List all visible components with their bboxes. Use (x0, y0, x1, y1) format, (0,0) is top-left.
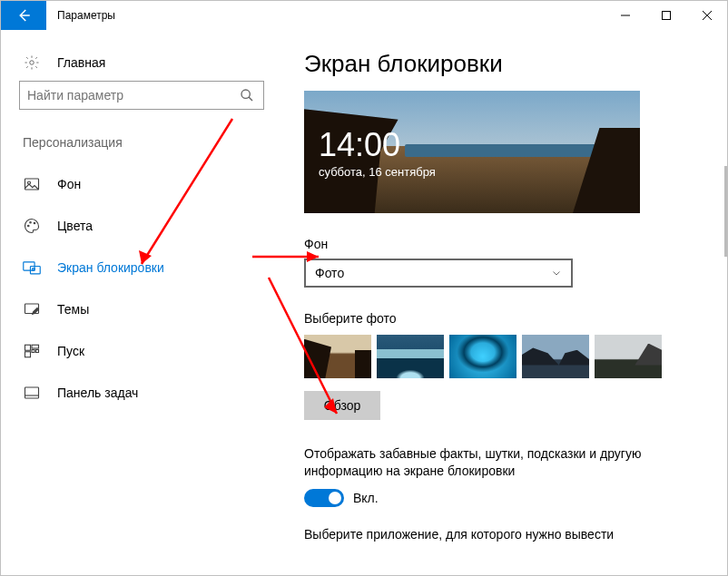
choose-photo-label: Выберите фото (304, 311, 709, 326)
arrow-left-icon (15, 7, 32, 24)
svg-rect-14 (33, 268, 34, 270)
fun-facts-toggle[interactable] (304, 489, 344, 507)
maximize-button[interactable] (645, 1, 686, 30)
page-heading: Экран блокировки (304, 50, 709, 78)
photo-thumbnails (304, 335, 709, 378)
svg-point-5 (241, 90, 250, 98)
scrollbar[interactable] (724, 166, 727, 257)
nav-label: Цвета (57, 219, 93, 233)
background-label: Фон (304, 237, 709, 251)
nav-label: Экран блокировки (57, 260, 164, 275)
svg-point-10 (30, 222, 32, 224)
window-controls (605, 1, 727, 30)
svg-rect-20 (25, 352, 31, 357)
nav-colors[interactable]: Цвета (19, 208, 264, 244)
minimize-button[interactable] (605, 1, 645, 30)
browse-button[interactable]: Обзор (304, 391, 380, 420)
main-panel: Экран блокировки 14:00 суббота, 16 сентя… (282, 30, 727, 575)
nav-label: Темы (57, 302, 89, 317)
home-label: Главная (57, 55, 105, 70)
svg-rect-21 (25, 387, 39, 398)
svg-point-4 (30, 61, 34, 65)
picture-icon (23, 175, 41, 193)
search-icon (238, 86, 256, 104)
search-box[interactable] (19, 81, 264, 110)
svg-rect-19 (36, 350, 39, 353)
lockscreen-preview: 14:00 суббота, 16 сентября (304, 91, 640, 213)
svg-rect-1 (662, 12, 670, 20)
section-title: Персонализация (19, 135, 264, 150)
nav-themes[interactable]: Темы (19, 291, 264, 327)
chevron-down-icon (551, 268, 562, 278)
nav-label: Пуск (57, 344, 84, 358)
palette-icon (23, 217, 41, 235)
themes-icon (23, 300, 41, 318)
photo-thumb-2[interactable] (377, 335, 444, 378)
preview-date: суббота, 16 сентября (319, 165, 436, 179)
photo-thumb-4[interactable] (522, 335, 589, 378)
close-icon (703, 11, 712, 20)
dropdown-value: Фото (315, 266, 344, 280)
lockscreen-icon (23, 259, 41, 277)
maximize-icon (662, 11, 671, 20)
svg-rect-16 (25, 345, 31, 350)
minimize-icon (621, 11, 630, 20)
photo-thumb-5[interactable] (595, 335, 662, 378)
close-button[interactable] (686, 1, 727, 30)
titlebar: Параметры (1, 1, 727, 30)
background-dropdown[interactable]: Фото (304, 259, 573, 288)
fun-facts-label: Отображать забавные факты, шутки, подска… (304, 445, 709, 480)
start-icon (23, 342, 41, 360)
svg-point-9 (28, 225, 30, 227)
nav-lockscreen[interactable]: Экран блокировки (19, 249, 264, 286)
window-title: Параметры (46, 1, 605, 30)
app-status-label: Выберите приложение, для которого нужно … (304, 527, 709, 542)
back-button[interactable] (1, 1, 46, 30)
nav-label: Фон (57, 177, 81, 191)
nav-label: Панель задач (57, 386, 138, 400)
nav-background[interactable]: Фон (19, 166, 264, 202)
toggle-label: Вкл. (353, 491, 379, 505)
gear-icon (23, 54, 41, 72)
svg-line-6 (249, 97, 252, 101)
svg-rect-17 (32, 345, 39, 348)
search-input[interactable] (27, 88, 234, 103)
preview-time: 14:00 (319, 129, 436, 161)
home-button[interactable]: Главная (19, 44, 264, 81)
nav-start[interactable]: Пуск (19, 333, 264, 369)
nav-taskbar[interactable]: Панель задач (19, 375, 264, 411)
svg-rect-18 (32, 350, 34, 353)
svg-point-11 (34, 222, 35, 224)
photo-thumb-1[interactable] (304, 335, 371, 378)
taskbar-icon (23, 384, 41, 402)
sidebar: Главная Персонализация Фон Цвета Э (1, 30, 282, 575)
photo-thumb-3[interactable] (449, 335, 516, 378)
